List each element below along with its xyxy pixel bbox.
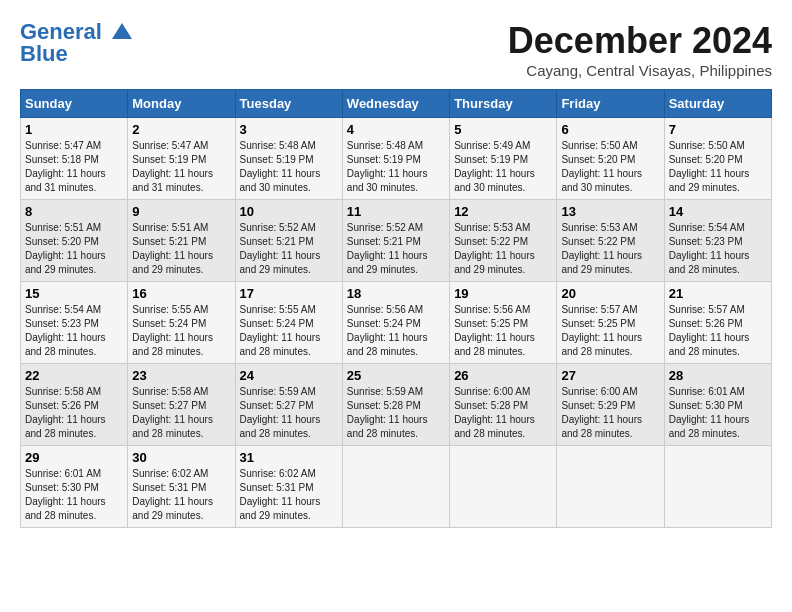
day-number: 13	[561, 204, 659, 219]
col-sunday: Sunday	[21, 90, 128, 118]
day-number: 12	[454, 204, 552, 219]
logo: General Blue	[20, 20, 134, 67]
col-thursday: Thursday	[450, 90, 557, 118]
day-info: Sunrise: 5:56 AM Sunset: 5:25 PM Dayligh…	[454, 303, 552, 359]
day-number: 21	[669, 286, 767, 301]
day-cell: 24Sunrise: 5:59 AM Sunset: 5:27 PM Dayli…	[235, 364, 342, 446]
day-number: 30	[132, 450, 230, 465]
day-cell: 4Sunrise: 5:48 AM Sunset: 5:19 PM Daylig…	[342, 118, 449, 200]
day-info: Sunrise: 5:56 AM Sunset: 5:24 PM Dayligh…	[347, 303, 445, 359]
day-cell: 5Sunrise: 5:49 AM Sunset: 5:19 PM Daylig…	[450, 118, 557, 200]
day-info: Sunrise: 5:53 AM Sunset: 5:22 PM Dayligh…	[561, 221, 659, 277]
day-cell: 10Sunrise: 5:52 AM Sunset: 5:21 PM Dayli…	[235, 200, 342, 282]
day-number: 16	[132, 286, 230, 301]
day-cell: 12Sunrise: 5:53 AM Sunset: 5:22 PM Dayli…	[450, 200, 557, 282]
day-cell: 23Sunrise: 5:58 AM Sunset: 5:27 PM Dayli…	[128, 364, 235, 446]
location: Cayang, Central Visayas, Philippines	[508, 62, 772, 79]
day-cell: 27Sunrise: 6:00 AM Sunset: 5:29 PM Dayli…	[557, 364, 664, 446]
day-info: Sunrise: 5:50 AM Sunset: 5:20 PM Dayligh…	[561, 139, 659, 195]
day-info: Sunrise: 6:00 AM Sunset: 5:29 PM Dayligh…	[561, 385, 659, 441]
day-number: 18	[347, 286, 445, 301]
day-info: Sunrise: 5:53 AM Sunset: 5:22 PM Dayligh…	[454, 221, 552, 277]
day-number: 8	[25, 204, 123, 219]
day-number: 19	[454, 286, 552, 301]
day-cell: 11Sunrise: 5:52 AM Sunset: 5:21 PM Dayli…	[342, 200, 449, 282]
day-info: Sunrise: 5:55 AM Sunset: 5:24 PM Dayligh…	[132, 303, 230, 359]
day-cell: 13Sunrise: 5:53 AM Sunset: 5:22 PM Dayli…	[557, 200, 664, 282]
col-tuesday: Tuesday	[235, 90, 342, 118]
day-cell: 21Sunrise: 5:57 AM Sunset: 5:26 PM Dayli…	[664, 282, 771, 364]
day-number: 10	[240, 204, 338, 219]
day-info: Sunrise: 6:01 AM Sunset: 5:30 PM Dayligh…	[25, 467, 123, 523]
day-number: 26	[454, 368, 552, 383]
title-block: December 2024 Cayang, Central Visayas, P…	[508, 20, 772, 79]
month-title: December 2024	[508, 20, 772, 62]
day-number: 1	[25, 122, 123, 137]
day-cell: 15Sunrise: 5:54 AM Sunset: 5:23 PM Dayli…	[21, 282, 128, 364]
col-saturday: Saturday	[664, 90, 771, 118]
day-info: Sunrise: 5:48 AM Sunset: 5:19 PM Dayligh…	[240, 139, 338, 195]
col-monday: Monday	[128, 90, 235, 118]
day-number: 11	[347, 204, 445, 219]
day-cell: 30Sunrise: 6:02 AM Sunset: 5:31 PM Dayli…	[128, 446, 235, 528]
day-cell: 22Sunrise: 5:58 AM Sunset: 5:26 PM Dayli…	[21, 364, 128, 446]
svg-marker-0	[112, 23, 132, 39]
day-info: Sunrise: 5:57 AM Sunset: 5:25 PM Dayligh…	[561, 303, 659, 359]
day-number: 29	[25, 450, 123, 465]
day-cell: 1Sunrise: 5:47 AM Sunset: 5:18 PM Daylig…	[21, 118, 128, 200]
day-number: 17	[240, 286, 338, 301]
day-cell: 14Sunrise: 5:54 AM Sunset: 5:23 PM Dayli…	[664, 200, 771, 282]
day-cell: 28Sunrise: 6:01 AM Sunset: 5:30 PM Dayli…	[664, 364, 771, 446]
day-number: 3	[240, 122, 338, 137]
day-info: Sunrise: 5:54 AM Sunset: 5:23 PM Dayligh…	[25, 303, 123, 359]
logo-icon	[110, 21, 134, 45]
day-info: Sunrise: 5:47 AM Sunset: 5:18 PM Dayligh…	[25, 139, 123, 195]
day-info: Sunrise: 5:52 AM Sunset: 5:21 PM Dayligh…	[240, 221, 338, 277]
day-number: 2	[132, 122, 230, 137]
day-info: Sunrise: 5:57 AM Sunset: 5:26 PM Dayligh…	[669, 303, 767, 359]
day-info: Sunrise: 6:00 AM Sunset: 5:28 PM Dayligh…	[454, 385, 552, 441]
day-cell: 17Sunrise: 5:55 AM Sunset: 5:24 PM Dayli…	[235, 282, 342, 364]
day-number: 28	[669, 368, 767, 383]
day-cell: 18Sunrise: 5:56 AM Sunset: 5:24 PM Dayli…	[342, 282, 449, 364]
day-cell: 3Sunrise: 5:48 AM Sunset: 5:19 PM Daylig…	[235, 118, 342, 200]
week-row-3: 15Sunrise: 5:54 AM Sunset: 5:23 PM Dayli…	[21, 282, 772, 364]
day-number: 20	[561, 286, 659, 301]
week-row-4: 22Sunrise: 5:58 AM Sunset: 5:26 PM Dayli…	[21, 364, 772, 446]
day-number: 7	[669, 122, 767, 137]
day-number: 24	[240, 368, 338, 383]
day-info: Sunrise: 6:01 AM Sunset: 5:30 PM Dayligh…	[669, 385, 767, 441]
week-row-1: 1Sunrise: 5:47 AM Sunset: 5:18 PM Daylig…	[21, 118, 772, 200]
day-number: 25	[347, 368, 445, 383]
day-number: 27	[561, 368, 659, 383]
day-cell	[557, 446, 664, 528]
day-cell: 31Sunrise: 6:02 AM Sunset: 5:31 PM Dayli…	[235, 446, 342, 528]
col-wednesday: Wednesday	[342, 90, 449, 118]
day-cell: 20Sunrise: 5:57 AM Sunset: 5:25 PM Dayli…	[557, 282, 664, 364]
day-cell	[342, 446, 449, 528]
day-number: 4	[347, 122, 445, 137]
week-row-2: 8Sunrise: 5:51 AM Sunset: 5:20 PM Daylig…	[21, 200, 772, 282]
col-friday: Friday	[557, 90, 664, 118]
day-cell: 19Sunrise: 5:56 AM Sunset: 5:25 PM Dayli…	[450, 282, 557, 364]
day-info: Sunrise: 5:50 AM Sunset: 5:20 PM Dayligh…	[669, 139, 767, 195]
day-info: Sunrise: 6:02 AM Sunset: 5:31 PM Dayligh…	[240, 467, 338, 523]
day-number: 9	[132, 204, 230, 219]
day-number: 6	[561, 122, 659, 137]
day-cell: 29Sunrise: 6:01 AM Sunset: 5:30 PM Dayli…	[21, 446, 128, 528]
day-info: Sunrise: 5:58 AM Sunset: 5:26 PM Dayligh…	[25, 385, 123, 441]
day-info: Sunrise: 5:48 AM Sunset: 5:19 PM Dayligh…	[347, 139, 445, 195]
day-number: 31	[240, 450, 338, 465]
header-row: Sunday Monday Tuesday Wednesday Thursday…	[21, 90, 772, 118]
day-info: Sunrise: 5:54 AM Sunset: 5:23 PM Dayligh…	[669, 221, 767, 277]
day-cell: 8Sunrise: 5:51 AM Sunset: 5:20 PM Daylig…	[21, 200, 128, 282]
day-number: 23	[132, 368, 230, 383]
week-row-5: 29Sunrise: 6:01 AM Sunset: 5:30 PM Dayli…	[21, 446, 772, 528]
day-info: Sunrise: 5:55 AM Sunset: 5:24 PM Dayligh…	[240, 303, 338, 359]
day-cell: 25Sunrise: 5:59 AM Sunset: 5:28 PM Dayli…	[342, 364, 449, 446]
day-info: Sunrise: 5:58 AM Sunset: 5:27 PM Dayligh…	[132, 385, 230, 441]
day-number: 22	[25, 368, 123, 383]
day-info: Sunrise: 5:59 AM Sunset: 5:28 PM Dayligh…	[347, 385, 445, 441]
day-info: Sunrise: 5:51 AM Sunset: 5:20 PM Dayligh…	[25, 221, 123, 277]
day-cell: 6Sunrise: 5:50 AM Sunset: 5:20 PM Daylig…	[557, 118, 664, 200]
